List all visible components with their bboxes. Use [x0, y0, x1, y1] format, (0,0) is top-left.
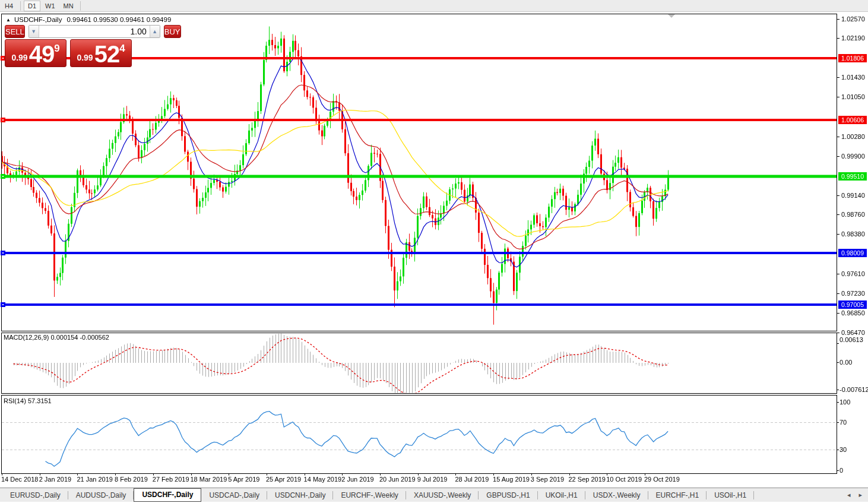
- hline-price-badge: 0.98009: [838, 249, 867, 257]
- trading-terminal: H4D1W1MN ▲USDCHF-,Daily0.99461 0.99530 0…: [0, 0, 868, 503]
- price-axis-tick: 0.97230: [841, 290, 868, 297]
- timeframe-button-d1[interactable]: D1: [24, 1, 40, 11]
- hline-price-badge: 0.99510: [838, 172, 867, 181]
- toolbar-separator: [80, 1, 81, 11]
- buy-price-prefix: 0.99: [77, 53, 93, 62]
- tab-scroll-right-icon[interactable]: ▸: [859, 491, 862, 499]
- rsi-axis-label: 30: [840, 446, 847, 453]
- price-axis-tick: 1.01050: [841, 93, 868, 100]
- volume-input[interactable]: [39, 26, 150, 37]
- time-axis-label: 25 Apr 2019: [266, 476, 301, 483]
- time-axis-label: 3 Sep 2019: [531, 476, 564, 483]
- chart-tab-usdcnh-daily[interactable]: USDCNH-,Daily: [267, 489, 333, 502]
- macd-indicator-label: MACD(12,26,9) 0.000154 -0.000562: [4, 334, 109, 341]
- chart-ohlc-values: 0.99461 0.99530 0.99461 0.99499: [66, 16, 171, 23]
- tab-scroll-left-icon[interactable]: ◂: [847, 491, 851, 499]
- price-axis-tick: 0.97610: [841, 270, 868, 277]
- timeframe-button-w1[interactable]: W1: [42, 1, 59, 11]
- buy-price-tile[interactable]: 0.99524: [70, 39, 132, 67]
- volume-decrease-button[interactable]: ▼: [29, 26, 39, 37]
- price-axis-tick: 0.99140: [841, 192, 868, 199]
- price-axis-tick: 1.02190: [841, 34, 868, 42]
- volume-stepper: ▼ ▲: [28, 25, 160, 38]
- time-axis-label: 2 Jun 2019: [341, 476, 373, 483]
- price-axis-tick: 0.99900: [841, 153, 868, 160]
- chart-tab-usdx-weekly[interactable]: USDX-,Weekly: [585, 489, 648, 502]
- buy-button[interactable]: BUY: [164, 25, 181, 38]
- chart-tab-gbpusd-h1[interactable]: GBPUSD-,H1: [479, 489, 537, 502]
- time-axis-label: 15 Aug 2019: [493, 476, 530, 483]
- chart-tab-usdcad-daily[interactable]: USDCAD-,Daily: [201, 489, 267, 502]
- sell-price-pips: 49: [29, 45, 55, 64]
- price-axis-tick: 1.01430: [841, 74, 868, 81]
- buy-price-pips: 52: [94, 45, 120, 64]
- time-axis-label: 27 Feb 2019: [153, 476, 189, 483]
- chart-tab-eurchf-weekly[interactable]: EURCHF-,Weekly: [333, 489, 406, 502]
- price-chart-canvas[interactable]: [0, 0, 868, 503]
- time-axis-label: 14 Dec 2018: [1, 476, 38, 483]
- tab-scroll-controls: ◂ ▸: [847, 491, 862, 499]
- time-axis-label: 10 Oct 2019: [606, 476, 642, 483]
- timeframe-toolbar: H4D1W1MN: [0, 0, 868, 12]
- time-axis-label: 29 Oct 2019: [644, 476, 680, 483]
- time-axis-label: 9 Jul 2019: [417, 476, 448, 483]
- rsi-indicator-label: RSI(14) 57.3151: [4, 397, 52, 404]
- rsi-axis-label: 0: [840, 467, 843, 474]
- macd-axis-label: -0.007612: [840, 386, 868, 393]
- chart-tab-audusd-daily[interactable]: AUDUSD-,Daily: [68, 489, 134, 502]
- chart-tab-bar: EURUSD-,DailyAUDUSD-,DailyUSDCHF-,DailyU…: [0, 488, 868, 502]
- toolbar-separator: [20, 1, 21, 11]
- one-click-trading-panel: SELL ▼ ▲ BUY 0.99499 0.99524: [5, 25, 134, 67]
- chart-tab-xauusd-weekly[interactable]: XAUUSD-,Weekly: [406, 489, 479, 502]
- chart-tab-eurchf-h1[interactable]: EURCHF-,H1: [648, 489, 707, 502]
- time-axis-label: 5 Apr 2019: [228, 476, 259, 483]
- price-axis-tick: 0.96850: [841, 309, 868, 317]
- chart-tab-ukoil-h1[interactable]: UKOil-,H1: [538, 489, 585, 502]
- volume-increase-button[interactable]: ▲: [150, 26, 160, 37]
- price-axis-tick: 0.96470: [841, 329, 868, 336]
- time-axis-label: 8 Feb 2019: [115, 476, 148, 483]
- price-axis-tick: 0.98760: [841, 211, 868, 218]
- timeframe-button-mn[interactable]: MN: [60, 1, 77, 11]
- chart-title: ▲USDCHF-,Daily0.99461 0.99530 0.99461 0.…: [6, 16, 171, 23]
- price-axis-tick: 1.02570: [841, 15, 868, 23]
- timeframe-button-h4[interactable]: H4: [1, 1, 17, 11]
- chart-symbol-label: USDCHF-,Daily: [14, 16, 62, 23]
- sell-price-tile[interactable]: 0.99499: [5, 39, 66, 67]
- time-axis-label: 22 Sep 2019: [569, 476, 606, 483]
- time-axis-label: 20 Jun 2019: [379, 476, 416, 483]
- time-axis-label: 14 May 2019: [304, 476, 342, 483]
- rsi-axis-label: 100: [840, 398, 850, 406]
- hline-price-badge: 1.00606: [838, 116, 867, 124]
- sell-price-point: 9: [54, 43, 59, 53]
- macd-axis-label: 0.00613: [840, 336, 863, 343]
- sell-price-prefix: 0.99: [11, 53, 27, 62]
- hline-price-badge: 0.97005: [838, 300, 867, 309]
- chart-tab-eurusd-daily[interactable]: EURUSD-,Daily: [2, 489, 68, 502]
- price-axis-tick: 0.98380: [841, 230, 868, 238]
- sell-button[interactable]: SELL: [5, 25, 25, 38]
- time-axis-label: 21 Jan 2019: [77, 476, 113, 483]
- chart-tab-usdchf-daily[interactable]: USDCHF-,Daily: [134, 488, 201, 502]
- collapse-panel-icon[interactable]: ▲: [6, 17, 11, 23]
- price-axis-tick: 1.00280: [841, 133, 868, 140]
- time-axis-label: 2 Jan 2019: [39, 476, 71, 483]
- buy-price-point: 4: [119, 43, 125, 53]
- rsi-axis-label: 70: [840, 419, 847, 426]
- macd-axis-label: 0.00: [840, 359, 852, 366]
- chart-tab-usoil-h1[interactable]: USOil-,H1: [707, 489, 754, 502]
- time-axis-label: 18 Mar 2019: [191, 476, 227, 483]
- hline-price-badge: 1.01806: [838, 54, 867, 62]
- time-axis-label: 28 Jul 2019: [455, 476, 489, 483]
